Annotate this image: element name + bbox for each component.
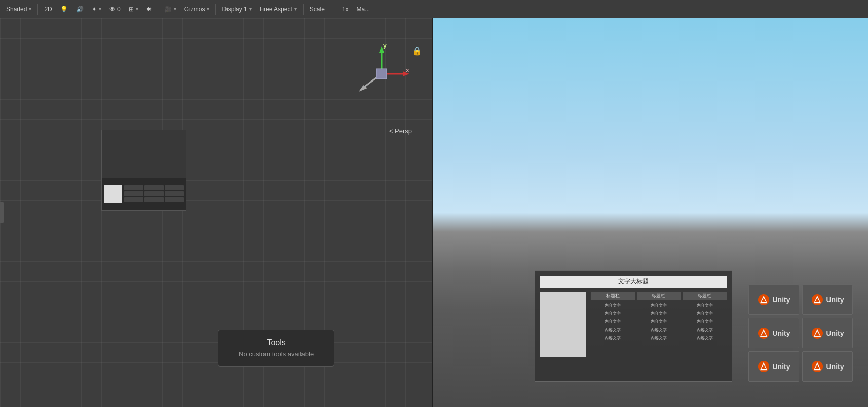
camera-icon: 🎥 — [164, 6, 172, 13]
shading-dropdown[interactable]: Shaded ▾ — [3, 3, 34, 16]
audio-icon: 🔊 — [76, 6, 84, 13]
svg-rect-8 — [376, 69, 387, 79]
thumb-inner — [102, 130, 186, 178]
divider-2 — [158, 4, 158, 15]
thumb-rows — [124, 185, 184, 202]
game-view[interactable]: 文字大标题 标题栏 标题栏 标题栏 内容文字 内容文字 内容文字 内容文 — [433, 18, 868, 407]
header-col-1: 标题栏 — [591, 292, 635, 300]
unity-button-6[interactable]: Unity — [802, 351, 853, 382]
display-dropdown[interactable]: Display 1 ▾ — [219, 3, 254, 16]
camera-dropdown[interactable]: 🎥 ▾ — [161, 3, 179, 16]
scale-value: 1x — [342, 6, 349, 13]
unity-logo-icon-1 — [758, 294, 770, 306]
tools-subtitle: No custom tools available — [239, 350, 314, 358]
thumb-icon — [104, 185, 122, 203]
aspect-dropdown[interactable]: Free Aspect ▾ — [257, 3, 300, 16]
scene-view[interactable]: y x < Persp 🔒 — [0, 18, 433, 407]
effects-icon: ✦ — [92, 6, 97, 13]
unity-logo-icon-4 — [811, 327, 823, 339]
unity-button-2[interactable]: Unity — [802, 284, 853, 315]
grid-dropdown[interactable]: ⊞ ▾ — [126, 3, 141, 16]
unity-button-4-label: Unity — [826, 329, 844, 337]
visibility-label: 👁 0 — [109, 6, 121, 13]
unity-button-3[interactable]: Unity — [748, 318, 799, 348]
shading-arrow: ▾ — [29, 6, 31, 12]
divider-4 — [303, 4, 304, 15]
unity-button-4[interactable]: Unity — [802, 318, 853, 348]
effects-dropdown[interactable]: ✦ ▾ — [89, 3, 104, 16]
svg-text:x: x — [406, 67, 409, 74]
audio-button[interactable]: 🔊 — [73, 3, 87, 16]
2d-button[interactable]: 2D — [41, 3, 55, 16]
scene-thumbnail — [101, 130, 186, 211]
canvas-title: 文字大标题 — [540, 276, 727, 288]
thumb-bottom — [102, 178, 186, 210]
display-label: Display 1 — [222, 6, 247, 13]
tools-icon: ✱ — [146, 6, 152, 13]
unity-logo-icon-6 — [811, 360, 823, 373]
unity-button-1[interactable]: Unity — [748, 284, 799, 315]
aspect-label: Free Aspect — [260, 6, 292, 13]
tools-tooltip: Tools No custom tools available — [218, 330, 334, 367]
light-button[interactable]: 💡 — [57, 3, 71, 16]
canvas-image — [540, 292, 586, 357]
gizmos-label: Gizmos — [184, 6, 205, 13]
divider-3 — [215, 4, 216, 15]
unity-button-5[interactable]: Unity — [748, 351, 799, 382]
main-area: y x < Persp 🔒 — [0, 18, 868, 407]
table-row: 内容文字 内容文字 内容文字 — [591, 318, 727, 325]
canvas-content: 标题栏 标题栏 标题栏 内容文字 内容文字 内容文字 内容文字 内容文字 内容文… — [540, 292, 727, 357]
svg-text:y: y — [383, 44, 387, 49]
unity-logo-icon-2 — [811, 294, 823, 306]
unity-buttons-grid: Unity Unity Unity — [748, 284, 853, 382]
unity-button-5-label: Unity — [773, 362, 790, 371]
persp-label: < Persp — [389, 127, 412, 135]
tools-title: Tools — [239, 338, 314, 347]
header-col-3: 标题栏 — [683, 292, 727, 300]
shading-label: Shaded — [6, 6, 27, 13]
divider-1 — [37, 4, 38, 15]
side-handle[interactable] — [0, 202, 4, 223]
unity-button-2-label: Unity — [826, 296, 844, 304]
unity-button-6-label: Unity — [826, 362, 844, 371]
perspective-gizmo[interactable]: y x < Persp — [351, 44, 412, 135]
max-button[interactable]: Ma... — [354, 3, 373, 16]
header-col-2: 标题栏 — [637, 292, 681, 300]
canvas-table: 标题栏 标题栏 标题栏 内容文字 内容文字 内容文字 内容文字 内容文字 内容文… — [591, 292, 727, 357]
scale-label: Scale — [310, 6, 325, 13]
table-header: 标题栏 标题栏 标题栏 — [591, 292, 727, 300]
unity-button-3-label: Unity — [773, 329, 790, 337]
tools-button[interactable]: ✱ — [143, 3, 155, 16]
table-row: 内容文字 内容文字 内容文字 — [591, 335, 727, 341]
table-row: 内容文字 内容文字 内容文字 — [591, 310, 727, 317]
scale-control[interactable]: Scale —— 1x — [307, 3, 352, 16]
gizmo-svg: y x — [351, 44, 412, 104]
lock-icon[interactable]: 🔒 — [412, 46, 422, 56]
light-icon: 💡 — [60, 6, 68, 13]
toolbar: Shaded ▾ 2D 💡 🔊 ✦ ▾ 👁 0 ⊞ ▾ ✱ 🎥 ▾ Gizmos… — [0, 0, 868, 18]
ui-canvas-overlay: 文字大标题 标题栏 标题栏 标题栏 内容文字 内容文字 内容文字 内容文 — [535, 270, 732, 382]
unity-logo-icon-5 — [758, 360, 770, 373]
visibility-button[interactable]: 👁 0 — [106, 3, 124, 16]
gizmos-dropdown[interactable]: Gizmos ▾ — [181, 3, 213, 16]
unity-button-1-label: Unity — [773, 296, 790, 304]
table-row: 内容文字 内容文字 内容文字 — [591, 327, 727, 333]
table-row: 内容文字 内容文字 内容文字 — [591, 302, 727, 309]
unity-logo-icon-3 — [758, 327, 770, 339]
grid-icon: ⊞ — [129, 6, 134, 13]
